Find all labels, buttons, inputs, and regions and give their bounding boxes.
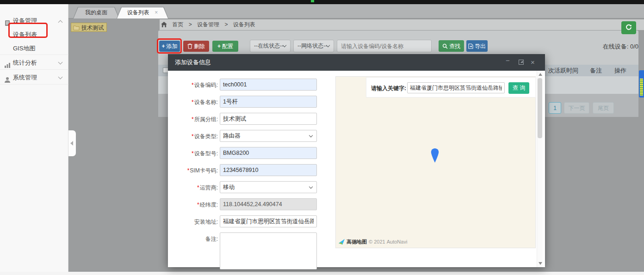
export-icon (468, 43, 473, 49)
form-row-remark: 备注: (168, 232, 325, 269)
configure-device-button[interactable]: +配置 (212, 41, 238, 52)
minimize-icon[interactable]: − (506, 57, 510, 64)
breadcrumb-device-list[interactable]: 设备列表 (233, 21, 255, 28)
carrier-value: 移动 (223, 184, 235, 190)
map-attribution: 高德地图© 2021 AutoNavi (338, 238, 407, 245)
keyword-label: 请输入关键字: (371, 85, 406, 92)
device-code-input[interactable] (220, 79, 317, 91)
add-device-dialog: 添加设备信息 − × *设备编码: *设备名称: *所属分组: *设备类型: 路… (168, 54, 545, 267)
required-star: * (192, 150, 194, 157)
chevron-down-icon (58, 75, 63, 79)
breadcrumb-sep: > (224, 21, 228, 28)
maximize-arrow (520, 61, 523, 63)
breadcrumb-device-management[interactable]: 设备管理 (197, 21, 219, 28)
maximize-icon[interactable] (519, 60, 524, 65)
field-label: 设备类型: (194, 133, 218, 140)
column-remark: 备注 (590, 67, 602, 75)
online-status-value: --在线状态-- (254, 43, 284, 49)
required-star: * (192, 99, 194, 105)
form-row-device-type: *设备类型: 路由器 (168, 130, 325, 142)
sidebar-item-label: 统计分析 (13, 56, 37, 70)
required-star: * (192, 116, 194, 122)
device-search-input[interactable] (337, 40, 432, 52)
field-label: 安装地址: (194, 219, 218, 225)
install-address-input[interactable] (220, 215, 317, 227)
folder-icon (73, 25, 80, 31)
scrollbar-thumb[interactable] (538, 78, 542, 138)
dialog-scrollbar (537, 71, 543, 267)
map-query-button[interactable]: 查 询 (508, 82, 529, 94)
chevron-down-icon (309, 134, 313, 137)
tab-label: 设备列表 (127, 9, 149, 16)
sidebar-collapse-handle[interactable] (68, 130, 76, 156)
tree-node-tech-test[interactable]: 技术测试 (71, 23, 107, 32)
breadcrumb-home[interactable]: 首页 (172, 21, 183, 28)
field-label: 经纬度: (200, 202, 218, 208)
sidebar-separator (0, 55, 68, 55)
sidebar: 设备管理 设备列表 GIS地图 统计分析 系统管理 (0, 4, 68, 272)
equalizer-bars-icon (640, 79, 643, 96)
map-marker-icon (431, 148, 439, 164)
form-row-carrier: *运营商: 移动 (168, 181, 325, 193)
browser-extension-widget[interactable] (639, 70, 644, 98)
device-model-input[interactable] (220, 147, 317, 159)
last-page-button[interactable]: 尾页 (593, 102, 614, 114)
group-tree-panel: 技术测试 (68, 18, 160, 272)
form-row-sim-number: *SIM卡号码: (168, 164, 325, 176)
field-label: 运营商: (200, 184, 218, 191)
delete-label: 删除 (194, 43, 205, 49)
network-status-select[interactable]: --网络状态-- (293, 40, 334, 52)
form-row-coordinates: *经纬度: (168, 198, 325, 210)
delete-device-button[interactable]: 删除 (183, 41, 209, 52)
remark-textarea[interactable] (220, 232, 317, 269)
sidebar-item-statistics[interactable]: 统计分析 (0, 56, 68, 70)
dialog-header[interactable]: 添加设备信息 − × (168, 54, 545, 71)
export-button[interactable]: 导出 (466, 40, 488, 52)
scroll-down-arrow[interactable] (539, 262, 542, 265)
export-label: 导出 (475, 43, 486, 49)
refresh-button[interactable] (621, 21, 636, 34)
field-label: 设备型号: (194, 150, 218, 157)
browser-top-edge (0, 0, 644, 4)
online-status-select[interactable]: --在线状态-- (250, 40, 291, 52)
field-label: 所属分组: (194, 116, 218, 122)
sim-number-input[interactable] (220, 164, 317, 176)
search-icon (442, 43, 448, 49)
annotation-box-device-list (8, 23, 48, 38)
tab-my-desktop[interactable]: 我的桌面 (73, 7, 119, 18)
page-1-button[interactable]: 1 (549, 102, 561, 114)
required-star: * (187, 167, 190, 174)
map-panel[interactable]: 请输入关键字: 查 询 高德地图© 2021 AutoNavi (335, 76, 536, 248)
sidebar-item-gis-map[interactable]: GIS地图 (0, 42, 68, 55)
tab-label: 我的桌面 (85, 9, 107, 16)
carrier-select[interactable]: 移动 (220, 181, 317, 193)
keyword-input[interactable] (407, 82, 505, 93)
form-row-group: *所属分组: (168, 113, 325, 125)
config-label: 配置 (222, 43, 233, 49)
bottom-strip (0, 272, 644, 275)
plus-icon: + (217, 43, 221, 49)
chart-icon (4, 60, 11, 66)
field-label: 备注: (205, 236, 218, 242)
sidebar-separator (0, 69, 68, 70)
device-name-input[interactable] (220, 96, 317, 108)
sidebar-item-label: 系统管理 (13, 71, 37, 85)
device-type-value: 路由器 (223, 133, 241, 139)
next-page-button[interactable]: 下一页 (564, 102, 589, 114)
device-type-select[interactable]: 路由器 (220, 130, 317, 142)
find-button[interactable]: 查找 (439, 40, 464, 52)
sidebar-separator (0, 84, 68, 85)
group-input[interactable] (220, 113, 317, 125)
refresh-icon (625, 24, 632, 31)
required-star: * (197, 202, 199, 208)
required-star: * (197, 184, 199, 191)
scroll-up-arrow[interactable] (539, 73, 542, 76)
map-brand: 高德地图 (347, 239, 367, 244)
find-label: 查找 (449, 43, 460, 49)
tab-device-list[interactable]: 设备列表 × (117, 7, 168, 18)
trash-icon (187, 43, 192, 49)
sidebar-item-system[interactable]: 系统管理 (0, 71, 68, 85)
breadcrumb: 首页 > 设备管理 > 设备列表 (160, 19, 644, 30)
tab-close-icon[interactable]: × (155, 9, 158, 16)
close-icon[interactable]: × (531, 59, 535, 66)
